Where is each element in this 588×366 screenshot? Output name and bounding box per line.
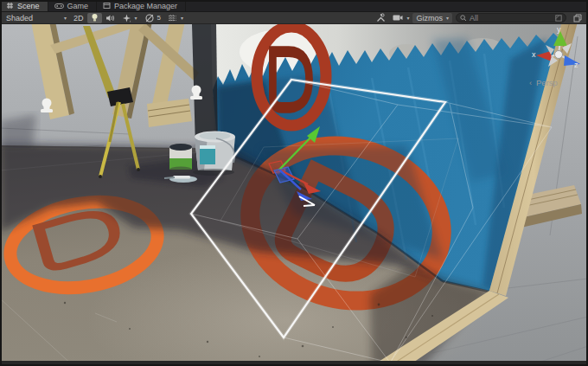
tab-game-label: Game: [67, 2, 89, 10]
chevron-down-icon: ▾: [135, 15, 137, 21]
overlay-menu-button[interactable]: [570, 13, 585, 23]
tab-bar: Scene Game Package Manager: [0, 0, 588, 12]
axis-z-label: z: [574, 61, 578, 69]
effects-toggle-icon: [122, 14, 131, 22]
package-icon: [103, 2, 111, 10]
scene-viewport[interactable]: y x z ‹ Persp: [0, 24, 588, 366]
gizmos-dropdown-button[interactable]: Gizmos ▾: [412, 13, 452, 23]
search-filter-icon[interactable]: [555, 15, 562, 22]
grid-icon: [6, 2, 14, 10]
paint-bucket[interactable]: [193, 132, 235, 177]
projection-chevron-icon: ‹: [529, 78, 532, 87]
chevron-down-icon: ▾: [64, 15, 67, 21]
tab-game[interactable]: Game: [48, 0, 98, 11]
toggle-2d-label: 2D: [74, 14, 84, 22]
axis-x-label: x: [532, 50, 536, 59]
scene-search-field[interactable]: [456, 13, 566, 22]
effects-dropdown-button[interactable]: ▾: [118, 13, 141, 23]
search-input[interactable]: [470, 14, 553, 22]
scene-camera-dropdown-button[interactable]: ▾: [389, 13, 412, 23]
scene-visibility-button[interactable]: 5: [141, 13, 164, 23]
gamepad-icon: [54, 3, 64, 10]
projection-mode-label[interactable]: Persp: [536, 78, 558, 87]
tab-package-manager-label: Package Manager: [114, 2, 177, 10]
camera-icon: [393, 14, 403, 22]
scene-toolbar: Shaded ▾ 2D ▾ 5 ▾ ▾: [0, 12, 588, 24]
tools-icon: [376, 13, 386, 22]
scene-visibility-icon: [144, 14, 155, 22]
window-bottom-edge: [0, 361, 588, 366]
chevron-down-icon: ▾: [406, 15, 409, 21]
chevron-down-icon: ▾: [446, 15, 449, 21]
audio-toggle-button[interactable]: [102, 13, 118, 23]
hidden-object-count: 5: [157, 14, 161, 22]
component-tools-button[interactable]: [373, 13, 389, 23]
toggle-2d-button[interactable]: 2D: [70, 13, 87, 23]
paint-can[interactable]: [169, 144, 192, 172]
grid-snap-dropdown-button[interactable]: ▾: [164, 13, 187, 23]
gizmos-label: Gizmos: [416, 14, 443, 22]
lighting-toggle-button[interactable]: [87, 13, 102, 23]
unity-editor-window: Scene Game Package Manager Shaded ▾ 2D ▾: [0, 0, 588, 366]
grid-snap-icon: [168, 14, 177, 22]
overlay-menu-icon: [573, 14, 582, 22]
search-icon: [460, 15, 467, 22]
tab-scene-label: Scene: [17, 2, 40, 10]
audio-toggle-icon: [105, 14, 115, 22]
tab-scene[interactable]: Scene: [0, 0, 48, 11]
tab-package-manager[interactable]: Package Manager: [97, 0, 186, 11]
draw-mode-dropdown[interactable]: Shaded ▾: [3, 13, 70, 23]
scene-render: y x z ‹ Persp: [0, 24, 588, 366]
draw-mode-label: Shaded: [6, 14, 33, 22]
lighting-toggle-icon: [91, 13, 99, 22]
axis-y-label: y: [557, 25, 561, 34]
chevron-down-icon: ▾: [181, 15, 183, 21]
